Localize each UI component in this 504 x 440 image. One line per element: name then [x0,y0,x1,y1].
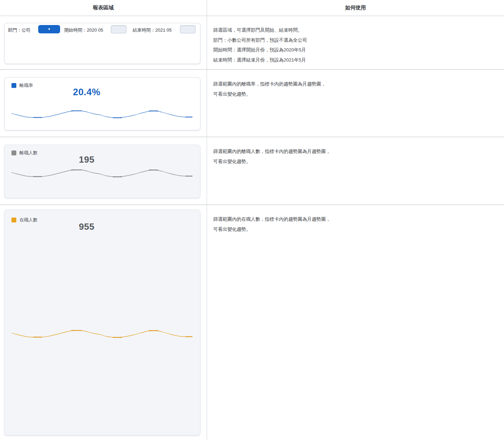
leavers-count-card: 離職人數 195 [4,145,200,198]
turnover-rate-help-text: 篩選範圍內的離職率，指標卡內的趨勢圖為月趨勢圖， 可看出變化趨勢。 [207,70,504,99]
row-leavers-left: 離職人數 195 [0,137,207,205]
leavers-help-text: 篩選範圍內的離職人數，指標卡內的趨勢圖為月趨勢圖， 可看出變化趨勢。 [207,137,504,166]
department-label: 部門：公司 [8,27,31,33]
help-line: 篩選範圍內的在職人數，指標卡內的趨勢圖為月趨勢圖， [213,214,497,225]
filter-panel: 部門：公司 ▼ 開始時間：2020 05 結束時間：2021 05 [4,23,200,64]
two-column-table: 報表區域 如何使用 部門：公司 ▼ 開始時間：2020 05 結束時間：2021… [0,0,504,440]
report-area-title: 報表區域 [93,5,114,11]
report-area-header: 報表區域 [0,0,207,16]
turnover-rate-value: 20.4% [5,87,169,98]
department-dropdown-button[interactable]: ▼ [38,25,60,33]
how-to-use-title: 如何使用 [345,5,366,11]
row-leavers-help: 篩選範圍內的離職人數，指標卡內的趨勢圖為月趨勢圖， 可看出變化趨勢。 [207,137,504,205]
help-line: 開始時間：選擇開始月份，預設為2020年5月 [213,45,497,55]
filter-help-text: 篩選區域，可選擇部門及開始、結束時間。 部門：小數公司所有部門，預設不選為全公司… [207,16,504,65]
row-headcount-left: 在職人數 955 [0,205,207,440]
headcount-value: 955 [5,221,169,232]
leavers-count-sparkline [11,169,192,179]
end-month-box[interactable] [180,25,196,33]
help-line: 可看出變化趨勢。 [213,225,497,235]
help-line: 可看出變化趨勢。 [213,89,497,99]
headcount-card: 在職人數 955 [4,210,200,435]
help-line: 篩選區域，可選擇部門及開始、結束時間。 [213,25,497,35]
headcount-help-text: 篩選範圍內的在職人數，指標卡內的趨勢圖為月趨勢圖， 可看出變化趨勢。 [207,205,504,234]
how-to-use-header: 如何使用 [207,0,504,16]
chevron-down-icon: ▼ [48,28,51,31]
start-month-box[interactable] [111,25,126,33]
leavers-count-value: 195 [5,154,169,165]
end-time-label: 結束時間：2021 05 [133,27,172,33]
help-line: 篩選範圍內的離職人數，指標卡內的趨勢圖為月趨勢圖， [213,147,497,157]
start-time-label: 開始時間：2020 05 [64,27,103,33]
turnover-rate-sparkline [11,109,192,120]
row-turnover-rate-left: 離職率 20.4% [0,70,207,137]
row-turnover-rate-help: 篩選範圍內的離職率，指標卡內的趨勢圖為月趨勢圖， 可看出變化趨勢。 [207,70,504,137]
row-filter-help: 篩選區域，可選擇部門及開始、結束時間。 部門：小數公司所有部門，預設不選為全公司… [207,16,504,70]
help-doc-page: 報表區域 如何使用 部門：公司 ▼ 開始時間：2020 05 結束時間：2021… [0,0,504,440]
headcount-sparkline [11,329,192,340]
help-line: 結束時間：選擇結束月份，預設為2021年5月 [213,55,497,65]
row-filter-left: 部門：公司 ▼ 開始時間：2020 05 結束時間：2021 05 [0,16,207,70]
help-line: 可看出變化趨勢。 [213,157,497,167]
turnover-rate-card: 離職率 20.4% [4,77,200,130]
help-line: 篩選範圍內的離職率，指標卡內的趨勢圖為月趨勢圖， [213,79,497,89]
row-headcount-help: 篩選範圍內的在職人數，指標卡內的趨勢圖為月趨勢圖， 可看出變化趨勢。 [207,205,504,440]
help-line: 部門：小數公司所有部門，預設不選為全公司 [213,35,497,46]
